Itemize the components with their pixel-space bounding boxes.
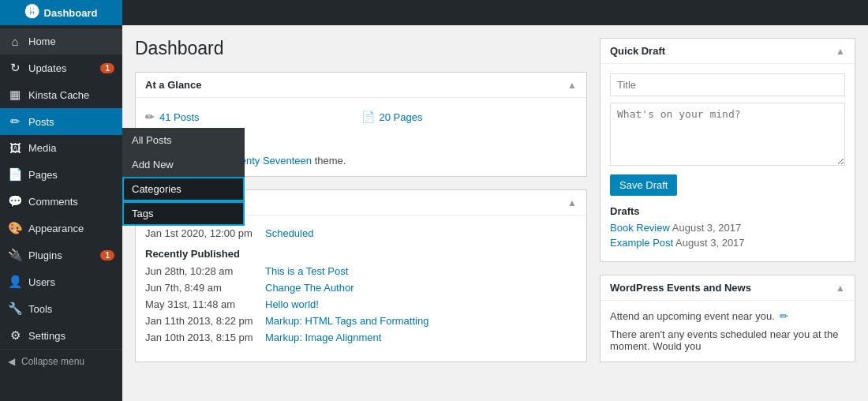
stat-pages[interactable]: 📄 20 Pages bbox=[361, 107, 578, 126]
sidebar-comments-label: Comments bbox=[28, 196, 114, 208]
activity-date-3: May 31st, 11:48 am bbox=[145, 298, 256, 310]
at-a-glance-header: At a Glance ▲ bbox=[136, 73, 586, 98]
draft-date-1: August 3, 2017 bbox=[672, 222, 741, 234]
wp-events-title: WordPress Events and News bbox=[610, 282, 751, 294]
sidebar-item-tools[interactable]: 🔧 Tools bbox=[0, 295, 122, 322]
users-icon: 👤 bbox=[8, 275, 22, 289]
draft-link-2[interactable]: Example Post bbox=[610, 237, 673, 249]
stat-pages-icon: 📄 bbox=[361, 111, 375, 123]
sidebar-item-plugins[interactable]: 🔌 Plugins 1 bbox=[0, 242, 122, 268]
sidebar-item-updates[interactable]: ↻ Updates 1 bbox=[0, 54, 122, 81]
sidebar-item-pages[interactable]: 📄 Pages bbox=[0, 161, 122, 188]
wp-events-toggle[interactable]: ▲ bbox=[836, 283, 845, 294]
scheduled-status[interactable]: Scheduled bbox=[265, 227, 313, 239]
scheduled-item: Jan 1st 2020, 12:00 pm Scheduled bbox=[145, 225, 577, 242]
edit-location-icon[interactable]: ✏ bbox=[780, 310, 788, 322]
save-draft-button[interactable]: Save Draft bbox=[610, 174, 677, 196]
admin-bar: 🅦 Dashboard bbox=[0, 0, 868, 25]
activity-date-4: Jan 11th 2013, 8:22 pm bbox=[145, 315, 256, 327]
sidebar-item-appearance[interactable]: 🎨 Appearance bbox=[0, 215, 122, 242]
draft-date-2: August 3, 2017 bbox=[675, 237, 744, 249]
sidebar-settings-label: Settings bbox=[28, 330, 114, 342]
stat-posts-count: 41 Posts bbox=[159, 111, 200, 123]
wp-events-widget: WordPress Events and News ▲ Attend an up… bbox=[600, 275, 855, 362]
posts-icon: ✏ bbox=[8, 114, 22, 129]
quick-draft-body: Save Draft Drafts Book Review August 3, … bbox=[600, 64, 855, 261]
activity-item-2: Jun 7th, 8:49 am Change The Author bbox=[145, 279, 577, 296]
at-a-glance-toggle[interactable]: ▲ bbox=[567, 80, 577, 91]
wp-events-body: Attend an upcoming event near you. ✏ The… bbox=[600, 301, 855, 362]
pages-icon: 📄 bbox=[8, 167, 22, 182]
tools-icon: 🔧 bbox=[8, 302, 22, 316]
quick-draft-title: Quick Draft bbox=[610, 45, 665, 57]
sidebar-item-users[interactable]: 👤 Users bbox=[0, 268, 122, 295]
activity-link-5[interactable]: Markup: Image Alignment bbox=[265, 332, 381, 343]
activity-link-4[interactable]: Markup: HTML Tags and Formatting bbox=[265, 315, 428, 327]
appearance-icon: 🎨 bbox=[8, 221, 22, 235]
activity-date-1: Jun 28th, 10:28 am bbox=[145, 265, 256, 277]
activity-item-3: May 31st, 11:48 am Hello world! bbox=[145, 296, 577, 313]
stat-posts-icon: ✏ bbox=[145, 111, 155, 123]
kinsta-cache-icon: ▦ bbox=[8, 88, 22, 102]
sidebar-item-posts[interactable]: ✏ Posts bbox=[0, 108, 122, 135]
recently-published-label: Recently Published bbox=[145, 248, 577, 260]
sidebar-item-comments[interactable]: 💬 Comments bbox=[0, 188, 122, 215]
sidebar-tools-label: Tools bbox=[28, 303, 114, 315]
draft-item-1: Book Review August 3, 2017 bbox=[610, 222, 845, 234]
plugins-icon: 🔌 bbox=[8, 248, 22, 262]
sidebar-item-settings[interactable]: ⚙ Settings bbox=[0, 322, 122, 349]
flyout-item-tags[interactable]: Tags bbox=[122, 201, 245, 226]
sidebar-appearance-label: Appearance bbox=[28, 223, 114, 234]
right-panel: Quick Draft ▲ Save Draft Drafts Book Rev… bbox=[600, 25, 868, 401]
collapse-label: Collapse menu bbox=[21, 356, 84, 367]
flyout-item-categories[interactable]: Categories bbox=[122, 177, 245, 201]
stat-posts[interactable]: ✏ 41 Posts bbox=[145, 107, 361, 126]
sidebar-updates-label: Updates bbox=[28, 62, 94, 74]
plugins-badge: 1 bbox=[100, 250, 114, 260]
updates-icon: ↻ bbox=[8, 61, 22, 75]
admin-bar-title: Dashboard bbox=[44, 7, 98, 19]
media-icon: 🖼 bbox=[8, 141, 22, 155]
events-description: Attend an upcoming event near you. ✏ bbox=[610, 310, 845, 322]
admin-bar-logo[interactable]: 🅦 Dashboard bbox=[0, 0, 122, 25]
quick-draft-title-input[interactable] bbox=[610, 73, 845, 96]
sidebar: 🅦 Dashboard ⌂ Home ↻ Updates 1 ▦ Kinsta … bbox=[0, 0, 122, 401]
recently-published-section: Recently Published Jun 28th, 10:28 am Th… bbox=[145, 248, 577, 346]
drafts-title: Drafts bbox=[610, 205, 845, 217]
sidebar-pages-label: Pages bbox=[28, 169, 114, 181]
scheduled-section: Jan 1st 2020, 12:00 pm Scheduled bbox=[145, 225, 577, 242]
activity-link-3[interactable]: Hello world! bbox=[265, 298, 319, 310]
flyout-item-all-posts[interactable]: All Posts bbox=[122, 128, 245, 152]
flyout-item-add-new[interactable]: Add New bbox=[122, 152, 245, 177]
quick-draft-body-input[interactable] bbox=[610, 103, 845, 166]
stat-pages-count: 20 Pages bbox=[380, 111, 423, 123]
settings-icon: ⚙ bbox=[8, 328, 22, 343]
activity-date-2: Jun 7th, 8:49 am bbox=[145, 282, 256, 294]
sidebar-item-media[interactable]: 🖼 Media bbox=[0, 135, 122, 161]
collapse-icon: ◀ bbox=[8, 356, 15, 367]
sidebar-item-home[interactable]: ⌂ Home bbox=[0, 28, 122, 54]
wp-events-header: WordPress Events and News ▲ bbox=[600, 275, 855, 301]
sidebar-item-kinsta-cache[interactable]: ▦ Kinsta Cache bbox=[0, 81, 122, 108]
page-title: Dashboard bbox=[135, 38, 587, 59]
draft-link-1[interactable]: Book Review bbox=[610, 222, 670, 234]
activity-item-1: Jun 28th, 10:28 am This is a Test Post bbox=[145, 263, 577, 279]
wp-logo-icon: 🅦 bbox=[25, 5, 39, 21]
sidebar-posts-label: Posts bbox=[28, 116, 114, 128]
comments-icon: 💬 bbox=[8, 194, 22, 208]
sidebar-plugins-label: Plugins bbox=[28, 249, 94, 261]
sidebar-users-label: Users bbox=[28, 276, 114, 288]
quick-draft-header: Quick Draft ▲ bbox=[600, 39, 855, 64]
quick-draft-toggle[interactable]: ▲ bbox=[836, 46, 845, 57]
posts-flyout-menu: All Posts Add New Categories Tags bbox=[122, 128, 245, 226]
sidebar-home-label: Home bbox=[28, 36, 114, 47]
activity-link-1[interactable]: This is a Test Post bbox=[265, 265, 348, 277]
activity-toggle[interactable]: ▲ bbox=[567, 197, 577, 208]
scheduled-date: Jan 1st 2020, 12:00 pm bbox=[145, 227, 256, 239]
collapse-menu[interactable]: ◀ Collapse menu bbox=[0, 349, 122, 373]
sidebar-kinsta-label: Kinsta Cache bbox=[28, 89, 114, 101]
activity-date-5: Jan 10th 2013, 8:15 pm bbox=[145, 332, 256, 343]
events-desc-text: Attend an upcoming event near you. bbox=[610, 310, 775, 322]
activity-item-5: Jan 10th 2013, 8:15 pm Markup: Image Ali… bbox=[145, 329, 577, 346]
activity-link-2[interactable]: Change The Author bbox=[265, 282, 354, 294]
